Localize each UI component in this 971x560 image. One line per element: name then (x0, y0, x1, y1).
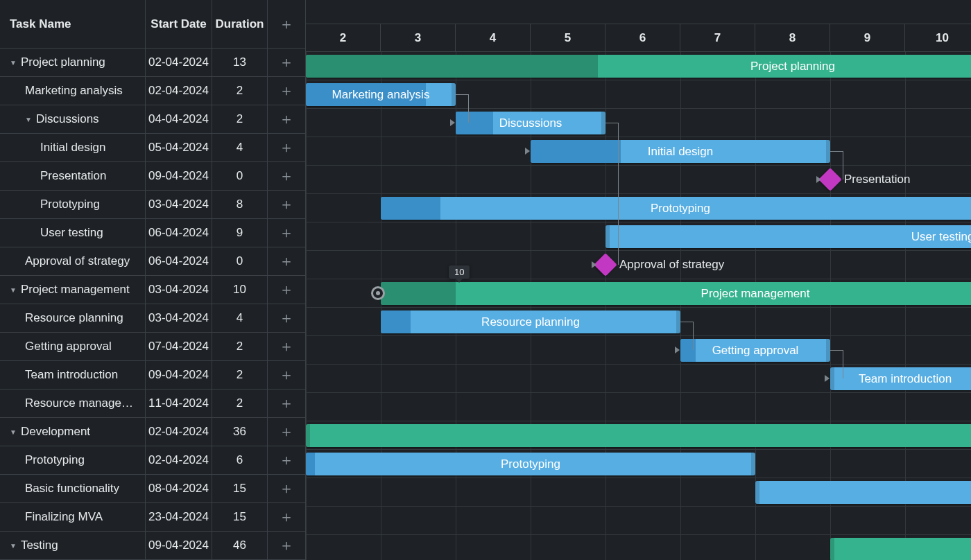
grid-row[interactable]: User testing06-04-20249＋ (0, 219, 305, 247)
task-start-cell[interactable]: 11-04-2024 (146, 390, 212, 417)
task-start-cell[interactable]: 04-04-2024 (146, 105, 212, 133)
task-start-cell[interactable]: 03-04-2024 (146, 276, 212, 304)
resize-handle-right[interactable] (826, 140, 830, 163)
task-start-cell[interactable]: 05-04-2024 (146, 134, 212, 161)
task-start-cell[interactable]: 07-04-2024 (146, 333, 212, 360)
task-name-cell[interactable]: Marketing analysis (0, 77, 146, 105)
task-bar[interactable]: Discussions (456, 112, 605, 134)
plus-icon[interactable]: ＋ (279, 453, 294, 468)
plus-icon[interactable]: ＋ (279, 367, 294, 383)
task-start-cell[interactable]: 03-04-2024 (146, 304, 212, 332)
grid-row[interactable]: ▼Development02-04-202436＋ (0, 418, 305, 446)
task-start-cell[interactable]: 08-04-2024 (146, 475, 212, 502)
task-start-cell[interactable]: 02-04-2024 (146, 446, 212, 474)
task-duration-cell[interactable]: 0 (212, 162, 268, 190)
task-duration-cell[interactable]: 13 (212, 49, 268, 76)
task-start-cell[interactable]: 06-04-2024 (146, 219, 212, 247)
task-name-cell[interactable]: Presentation (0, 162, 146, 190)
task-duration-cell[interactable]: 15 (212, 503, 268, 531)
task-duration-cell[interactable]: 9 (212, 219, 268, 247)
resize-handle-left[interactable] (605, 225, 610, 248)
summary-bar[interactable]: Development (306, 424, 971, 447)
chevron-down-icon[interactable]: ▼ (10, 59, 17, 67)
task-name-cell[interactable]: Getting approval (0, 333, 146, 360)
task-bar[interactable]: Prototyping (381, 197, 971, 220)
task-name-cell[interactable]: Approval of strategy (0, 247, 146, 275)
grid-row[interactable]: Getting approval07-04-20242＋ (0, 333, 305, 361)
task-start-cell[interactable]: 09-04-2024 (146, 162, 212, 190)
task-start-cell[interactable]: 02-04-2024 (146, 418, 212, 446)
col-header-name[interactable]: Task Name (0, 0, 146, 48)
grid-row[interactable]: Team introduction09-04-20242＋ (0, 361, 305, 390)
resize-handle-left[interactable] (830, 538, 834, 560)
summary-bar[interactable]: Project planning (306, 55, 971, 78)
task-duration-cell[interactable]: 36 (212, 418, 268, 446)
task-name-cell[interactable]: Prototyping (0, 191, 146, 218)
plus-icon[interactable]: ＋ (279, 339, 294, 354)
grid-row[interactable]: ▼Discussions04-04-20242＋ (0, 105, 305, 134)
task-bar[interactable]: Getting approval (680, 339, 830, 362)
task-bar[interactable]: Prototyping (306, 453, 755, 475)
task-name-cell[interactable]: ▼Project planning (0, 49, 146, 76)
grid-row[interactable]: Resource planning03-04-20244＋ (0, 304, 305, 333)
plus-icon[interactable]: ＋ (279, 112, 294, 127)
grid-row[interactable]: Finalizing MVA23-04-202415＋ (0, 503, 305, 532)
grid-row[interactable]: Prototyping03-04-20248＋ (0, 191, 305, 219)
task-duration-cell[interactable]: 6 (212, 446, 268, 474)
task-bar[interactable]: Initial design (531, 140, 830, 163)
task-duration-cell[interactable]: 8 (212, 191, 268, 218)
summary-bar[interactable]: Project management (381, 282, 971, 305)
task-duration-cell[interactable]: 10 (212, 276, 268, 304)
plus-icon[interactable]: ＋ (279, 197, 294, 212)
plus-icon[interactable]: ＋ (279, 424, 294, 439)
task-duration-cell[interactable]: 4 (212, 134, 268, 161)
plus-icon[interactable]: ＋ (279, 538, 294, 553)
task-bar[interactable]: Marketing analysis (306, 83, 456, 106)
task-duration-cell[interactable]: 2 (212, 333, 268, 360)
plus-icon[interactable]: ＋ (279, 509, 294, 525)
chevron-down-icon[interactable]: ▼ (10, 428, 17, 436)
task-start-cell[interactable]: 03-04-2024 (146, 191, 212, 218)
task-name-cell[interactable]: Basic functionality (0, 475, 146, 502)
task-name-cell[interactable]: Prototyping (0, 446, 146, 474)
resize-handle-right[interactable] (826, 339, 830, 362)
plus-icon[interactable]: ＋ (279, 168, 294, 184)
task-duration-cell[interactable]: 15 (212, 475, 268, 502)
plus-icon[interactable]: ＋ (279, 481, 294, 496)
plus-icon[interactable]: ＋ (279, 55, 294, 70)
plus-icon[interactable]: ＋ (279, 83, 294, 98)
task-start-cell[interactable]: 09-04-2024 (146, 361, 212, 389)
task-start-cell[interactable]: 06-04-2024 (146, 247, 212, 275)
chart-body[interactable]: Project planningMarketing analysisDiscus… (306, 52, 971, 560)
grid-row[interactable]: Approval of strategy06-04-20240＋ (0, 247, 305, 276)
resize-handle-right[interactable] (601, 112, 605, 134)
grid-row[interactable]: ▼Project planning02-04-202413＋ (0, 49, 305, 77)
resize-handle-left[interactable] (306, 424, 310, 447)
task-name-cell[interactable]: User testing (0, 219, 146, 247)
task-duration-cell[interactable]: 2 (212, 77, 268, 105)
grid-row[interactable]: ▼Project management03-04-202410＋ (0, 276, 305, 304)
grid-row[interactable]: Presentation09-04-20240＋ (0, 162, 305, 191)
task-start-cell[interactable]: 02-04-2024 (146, 77, 212, 105)
grid-row[interactable]: ▼Testing09-04-202446＋ (0, 532, 305, 560)
task-start-cell[interactable]: 09-04-2024 (146, 532, 212, 559)
grid-row[interactable]: Prototyping02-04-20246＋ (0, 446, 305, 475)
task-name-cell[interactable]: ▼Development (0, 418, 146, 446)
chevron-down-icon[interactable]: ▼ (25, 116, 32, 123)
task-bar[interactable]: User testing (605, 225, 971, 248)
plus-icon[interactable]: ＋ (279, 396, 294, 411)
resize-handle-right[interactable] (751, 453, 755, 475)
plus-icon[interactable]: ＋ (279, 254, 294, 269)
grid-row[interactable]: Marketing analysis02-04-20242＋ (0, 77, 305, 105)
chevron-down-icon[interactable]: ▼ (10, 542, 17, 550)
task-name-cell[interactable]: Initial design (0, 134, 146, 161)
plus-icon[interactable]: ＋ (279, 282, 294, 297)
task-name-cell[interactable]: Finalizing MVA (0, 503, 146, 531)
task-name-cell[interactable]: Team introduction (0, 361, 146, 389)
task-bar[interactable]: Basic functionality (755, 481, 971, 504)
task-bar[interactable]: Team introduction (830, 367, 971, 390)
task-duration-cell[interactable]: 46 (212, 532, 268, 559)
task-bar[interactable]: Resource planning (381, 310, 680, 333)
plus-icon[interactable]: ＋ (279, 225, 294, 240)
task-duration-cell[interactable]: 4 (212, 304, 268, 332)
